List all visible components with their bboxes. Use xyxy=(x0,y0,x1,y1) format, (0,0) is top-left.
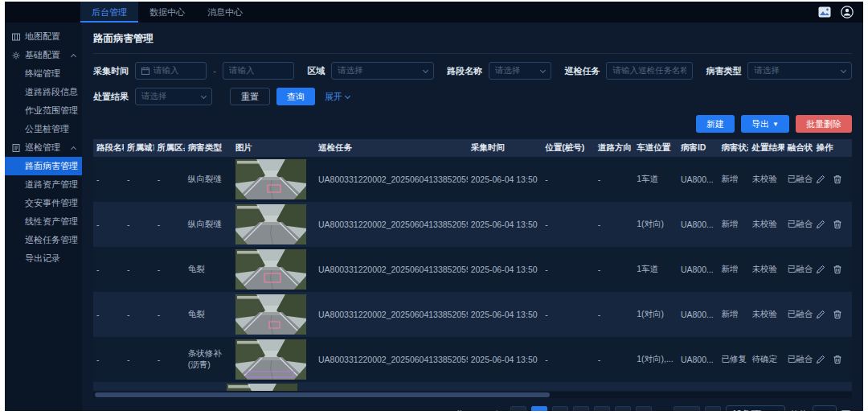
page-button-5[interactable]: 5 xyxy=(615,406,631,411)
page-ellipsis[interactable]: ••• xyxy=(657,409,669,411)
region-select[interactable]: 请选择 xyxy=(331,62,434,80)
cell-status: 已修复 xyxy=(718,337,748,382)
chevron-up-icon xyxy=(71,53,76,59)
page-button-last[interactable]: 1271 xyxy=(674,406,700,411)
sidebar-item-road-section-info[interactable]: 道路路段信息 xyxy=(5,83,82,101)
edit-icon[interactable] xyxy=(816,355,825,364)
tab-data-center[interactable]: 数据中心 xyxy=(138,2,196,23)
tab-backend-management[interactable]: 后台管理 xyxy=(80,2,138,23)
col-county: 所属区县 xyxy=(154,139,185,157)
road-name-select[interactable]: 请选择 xyxy=(489,62,551,80)
date-start-placeholder: 请输入 xyxy=(154,65,179,76)
next-page-button[interactable]: > xyxy=(705,406,721,411)
cell-county: - xyxy=(154,202,185,247)
col-disease-type: 病害类型 xyxy=(185,139,232,157)
cell-lane: 1(对向),... xyxy=(633,337,678,382)
prev-page-button[interactable]: < xyxy=(510,406,526,411)
sidebar-item-road-disease-management[interactable]: 路面病害管理 xyxy=(5,157,82,175)
cell-fusion: 已融合 xyxy=(784,292,813,337)
cell-image[interactable] xyxy=(232,247,315,292)
cell-image[interactable] xyxy=(232,292,315,337)
cell-road: - xyxy=(93,247,124,292)
cell-task: UA800331220002_20250604133852059 xyxy=(315,247,468,292)
page-button-2[interactable]: 2 xyxy=(552,406,568,411)
sidebar-item-inspection-task-management[interactable]: 巡检任务管理 xyxy=(5,231,82,249)
reset-button[interactable]: 重置 xyxy=(230,88,270,105)
cell-city: - xyxy=(124,202,154,247)
col-fusion-status: 融合状态 xyxy=(784,139,813,157)
delete-icon[interactable] xyxy=(833,355,842,364)
date-end-input[interactable]: 请输入 xyxy=(223,62,294,80)
table-row: - - - 龟裂 UA800331220002_2025060413385205… xyxy=(93,292,852,337)
cell-image[interactable] xyxy=(232,202,315,247)
horizontal-scrollbar[interactable] xyxy=(93,392,852,398)
image-icon[interactable] xyxy=(818,6,831,18)
cell-direction: - xyxy=(595,247,633,292)
inspection-task-label: 巡检任务 xyxy=(564,65,600,77)
cell-disease-id: UA800... xyxy=(678,247,719,292)
page-button-4[interactable]: 4 xyxy=(594,406,610,411)
topbar-right-icons xyxy=(818,6,863,18)
page-button-6[interactable]: 6 xyxy=(636,406,652,411)
sidebar-item-terminal-management[interactable]: 终端管理 xyxy=(5,64,82,83)
user-icon[interactable] xyxy=(841,6,854,18)
inspection-task-input[interactable]: 请输入巡检任务名称 xyxy=(606,62,693,80)
collect-time-label: 采集时间 xyxy=(93,65,129,77)
sidebar-item-map-config[interactable]: 地图配置 xyxy=(5,27,82,46)
table-actions-row: 新建 导出 ▼ 批量删除 xyxy=(93,115,852,133)
table-row: - - - 纵向裂缝 UA800331220002_20250604133852… xyxy=(93,157,852,202)
edit-icon[interactable] xyxy=(816,175,825,184)
search-button[interactable]: 查询 xyxy=(276,88,315,105)
new-button[interactable]: 新建 xyxy=(696,115,735,133)
tab-message-center[interactable]: 消息中心 xyxy=(196,2,254,23)
edit-icon[interactable] xyxy=(816,265,825,274)
sidebar-item-export-records[interactable]: 导出记录 xyxy=(5,249,82,268)
expand-link[interactable]: 展开 xyxy=(325,91,350,103)
sidebar-item-traffic-safety-event-management[interactable]: 交安事件管理 xyxy=(5,194,82,212)
chevron-down-icon: ▼ xyxy=(772,121,779,128)
cell-image[interactable] xyxy=(227,384,297,391)
cell-time: 2025-06-04 13:50 xyxy=(468,247,542,292)
batch-delete-button[interactable]: 批量删除 xyxy=(796,115,852,133)
sidebar-item-label: 巡检管理 xyxy=(25,142,60,154)
export-button[interactable]: 导出 ▼ xyxy=(741,115,789,133)
delete-icon[interactable] xyxy=(833,310,842,319)
col-road-direction: 道路方向 xyxy=(595,139,633,157)
goto-page-input[interactable]: 1 xyxy=(813,405,837,411)
cell-fusion: 已融合 xyxy=(784,157,813,202)
edit-icon[interactable] xyxy=(816,220,825,229)
cell-task: UA800331220002_20250604133852059 xyxy=(315,157,468,202)
edit-icon[interactable] xyxy=(816,310,825,319)
disease-type-select[interactable]: 请选择 xyxy=(747,62,852,80)
scrollbar-thumb[interactable] xyxy=(95,392,550,397)
page-size-select[interactable]: 10条/页 xyxy=(726,405,785,411)
sidebar-group-inspection-management[interactable]: 巡检管理 xyxy=(5,138,82,157)
col-disease-id: 病害ID xyxy=(678,139,719,157)
delete-icon[interactable] xyxy=(833,175,842,184)
sidebar-item-label: 道路路段信息 xyxy=(25,86,78,98)
cell-fusion: 已融合 xyxy=(784,202,813,247)
chevron-down-icon xyxy=(201,92,207,98)
sidebar-item-linear-asset-management[interactable]: 线性资产管理 xyxy=(5,212,82,231)
table-header-row: 路段名称 所属城市 所属区县 病害类型 图片 巡检任务 采集时间 位置(桩号) … xyxy=(93,139,852,157)
sidebar-group-basic-config[interactable]: 基础配置 xyxy=(5,46,82,64)
table-row: - - - 条状修补(沥青) UA800331220002_2025060413… xyxy=(93,337,852,382)
disposal-result-select[interactable]: 请选择 xyxy=(135,88,212,105)
cell-image[interactable] xyxy=(232,337,315,382)
date-start-input[interactable]: 请输入 xyxy=(135,62,207,80)
cell-lane: 1(对向) xyxy=(633,292,678,337)
cell-image[interactable] xyxy=(232,157,315,202)
region-placeholder: 请选择 xyxy=(338,65,363,76)
page-button-3[interactable]: 3 xyxy=(573,406,589,411)
sidebar-item-road-asset-management[interactable]: 道路资产管理 xyxy=(5,175,82,194)
main-content: 路面病害管理 采集时间 请输入 - 请输入 区域 请选择 xyxy=(82,23,863,411)
delete-icon[interactable] xyxy=(833,265,842,274)
partially-visible-row xyxy=(93,382,852,391)
sidebar-item-work-scope-management[interactable]: 作业范围管理 xyxy=(5,101,82,120)
delete-icon[interactable] xyxy=(833,220,842,229)
page-button-1[interactable]: 1 xyxy=(531,406,547,411)
cell-type: 纵向裂缝 xyxy=(185,157,232,202)
sidebar-item-kilometer-stake-management[interactable]: 公里桩管理 xyxy=(5,120,82,138)
cell-result: 未校验 xyxy=(748,157,784,202)
top-navigation-bar: 后台管理 数据中心 消息中心 xyxy=(5,2,863,23)
